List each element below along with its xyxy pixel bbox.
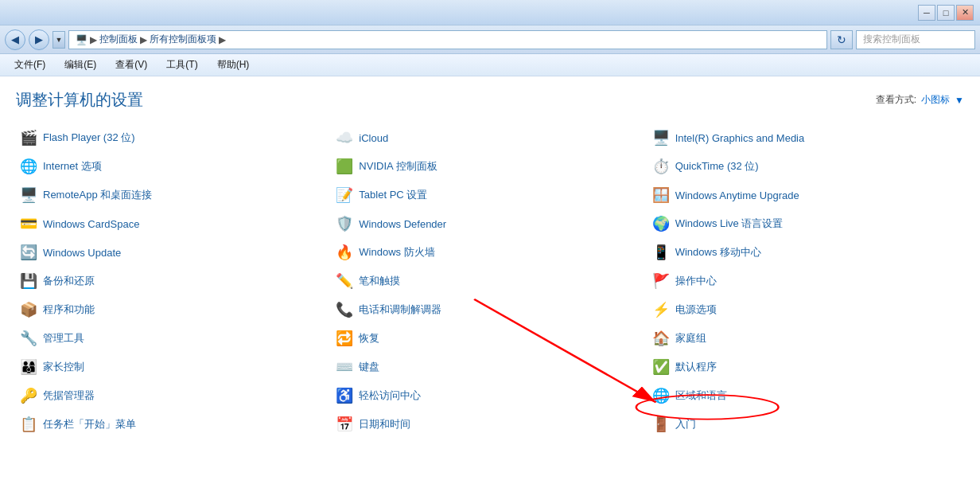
item-remoteapp[interactable]: 🖥️ RemoteApp 和桌面连接 (16, 181, 332, 209)
content-header: 调整计算机的设置 查看方式: 小图标 ▼ (16, 89, 964, 111)
phone-modem-label[interactable]: 电话和调制解调器 (359, 303, 441, 317)
item-homegroup[interactable]: 🏠 家庭组 (648, 324, 964, 353)
item-pen-touch[interactable]: ✏️ 笔和触摸 (332, 267, 648, 295)
remoteapp-icon: 🖥️ (19, 185, 38, 205)
item-windows-firewall[interactable]: 🔥 Windows 防火墙 (332, 238, 648, 267)
item-quicktime[interactable]: ⏱️ QuickTime (32 位) (648, 152, 964, 181)
item-intel-graphics[interactable]: 🖥️ Intel(R) Graphics and Media (648, 123, 964, 152)
windows-anytime-label[interactable]: Windows Anytime Upgrade (675, 189, 799, 201)
quicktime-label[interactable]: QuickTime (32 位) (675, 159, 759, 174)
back-button[interactable]: ◀ (5, 29, 25, 50)
item-parental-controls[interactable]: 👨‍👩‍👦 家长控制 (16, 353, 332, 381)
parental-controls-label[interactable]: 家长控制 (43, 360, 84, 374)
nvidia-label[interactable]: NVIDIA 控制面板 (359, 159, 437, 174)
recovery-label[interactable]: 恢复 (359, 331, 379, 346)
remoteapp-label[interactable]: RemoteApp 和桌面连接 (43, 188, 152, 202)
windows-cardspace-label[interactable]: Windows CardSpace (43, 218, 139, 230)
item-backup[interactable]: 💾 备份和还原 (16, 267, 332, 295)
item-windows-defender[interactable]: 🛡️ Windows Defender (332, 209, 648, 238)
view-dropdown-icon[interactable]: ▼ (955, 95, 964, 106)
refresh-button[interactable]: ↻ (830, 30, 853, 49)
item-windows-cardspace[interactable]: 💳 Windows CardSpace (16, 209, 332, 238)
view-label: 查看方式: (876, 93, 916, 107)
item-windows-live[interactable]: 🌍 Windows Live 语言设置 (648, 209, 964, 238)
default-programs-icon: ✅ (651, 357, 671, 377)
pen-touch-label[interactable]: 笔和触摸 (359, 274, 400, 288)
address-bar: ◀ ▶ ▼ 🖥️ ▶ 控制面板 ▶ 所有控制面板项 ▶ ↻ 搜索控制面板 (0, 25, 980, 54)
maximize-button[interactable]: □ (937, 5, 955, 21)
item-power-options[interactable]: ⚡ 电源选项 (648, 295, 964, 324)
credentials-icon: 🔑 (19, 386, 38, 405)
item-windows-update[interactable]: 🔄 Windows Update (16, 238, 332, 267)
item-windows-anytime[interactable]: 🪟 Windows Anytime Upgrade (648, 181, 964, 209)
forward-button[interactable]: ▶ (29, 29, 49, 50)
action-center-label[interactable]: 操作中心 (675, 274, 717, 288)
item-default-programs[interactable]: ✅ 默认程序 (648, 353, 964, 381)
item-credentials[interactable]: 🔑 凭据管理器 (16, 381, 332, 410)
windows-firewall-label[interactable]: Windows 防火墙 (359, 245, 434, 260)
windows-update-label[interactable]: Windows Update (43, 247, 121, 259)
item-phone-modem[interactable]: 📞 电话和调制解调器 (332, 295, 648, 324)
item-region-language[interactable]: 🌐 区域和语言 (648, 381, 964, 410)
tablet-pc-label[interactable]: Tablet PC 设置 (359, 188, 427, 202)
item-recovery[interactable]: 🔁 恢复 (332, 324, 648, 353)
date-time-icon: 📅 (335, 415, 354, 434)
breadcrumb-cp[interactable]: 控制面板 (99, 33, 138, 46)
getting-started-label[interactable]: 入门 (675, 417, 696, 431)
address-input[interactable]: 🖥️ ▶ 控制面板 ▶ 所有控制面板项 ▶ (68, 30, 827, 49)
title-bar-controls[interactable]: ─ □ ✕ (918, 5, 974, 21)
item-internet-options[interactable]: 🌐 Internet 选项 (16, 152, 332, 181)
windows-firewall-icon: 🔥 (335, 243, 354, 262)
item-programs[interactable]: 📦 程序和功能 (16, 295, 332, 324)
menu-help[interactable]: 帮助(H) (209, 56, 258, 74)
breadcrumb-icon: 🖥️ (76, 34, 88, 45)
breadcrumb-all[interactable]: 所有控制面板项 (150, 33, 216, 46)
item-flash-player[interactable]: 🎬 Flash Player (32 位) (16, 123, 332, 152)
column-2: ☁️ iCloud 🟩 NVIDIA 控制面板 📝 Tablet PC 设置 🛡… (332, 123, 648, 439)
internet-options-label[interactable]: Internet 选项 (43, 159, 102, 174)
item-action-center[interactable]: 🚩 操作中心 (648, 267, 964, 295)
windows-mobile-label[interactable]: Windows 移动中心 (675, 245, 761, 260)
parental-controls-icon: 👨‍👩‍👦 (19, 357, 38, 377)
item-windows-mobile[interactable]: 📱 Windows 移动中心 (648, 238, 964, 267)
windows-defender-label[interactable]: Windows Defender (359, 218, 446, 230)
menu-edit[interactable]: 编辑(E) (56, 56, 104, 74)
item-keyboard[interactable]: ⌨️ 键盘 (332, 353, 648, 381)
menu-view[interactable]: 查看(V) (107, 56, 155, 74)
region-language-label[interactable]: 区域和语言 (675, 388, 727, 403)
menu-file[interactable]: 文件(F) (6, 56, 53, 74)
taskbar-label[interactable]: 任务栏「开始」菜单 (43, 417, 136, 431)
item-tablet-pc[interactable]: 📝 Tablet PC 设置 (332, 181, 648, 209)
credentials-label[interactable]: 凭据管理器 (43, 388, 95, 403)
close-button[interactable]: ✕ (956, 5, 974, 21)
item-admin-tools[interactable]: 🔧 管理工具 (16, 324, 332, 353)
view-value-button[interactable]: 小图标 (921, 93, 950, 107)
nvidia-icon: 🟩 (335, 157, 354, 176)
windows-live-label[interactable]: Windows Live 语言设置 (675, 217, 784, 231)
item-icloud[interactable]: ☁️ iCloud (332, 123, 648, 152)
menu-tools[interactable]: 工具(T) (158, 56, 205, 74)
backup-label[interactable]: 备份和还原 (43, 274, 95, 288)
date-time-label[interactable]: 日期和时间 (359, 417, 410, 431)
programs-label[interactable]: 程序和功能 (43, 303, 95, 317)
keyboard-label[interactable]: 键盘 (359, 360, 379, 374)
intel-graphics-label[interactable]: Intel(R) Graphics and Media (675, 132, 805, 144)
default-programs-label[interactable]: 默认程序 (675, 360, 717, 374)
item-getting-started[interactable]: 🚪 入门 (648, 410, 964, 439)
power-options-label[interactable]: 电源选项 (675, 303, 717, 317)
item-taskbar[interactable]: 📋 任务栏「开始」菜单 (16, 410, 332, 439)
item-date-time[interactable]: 📅 日期和时间 (332, 410, 648, 439)
breadcrumb: 🖥️ ▶ 控制面板 ▶ 所有控制面板项 ▶ (76, 33, 226, 46)
programs-icon: 📦 (19, 300, 38, 319)
ease-of-access-label[interactable]: 轻松访问中心 (359, 388, 421, 403)
main-content: 调整计算机的设置 查看方式: 小图标 ▼ 🎬 Flash Player (32 … (0, 76, 980, 488)
minimize-button[interactable]: ─ (918, 5, 935, 21)
nav-dropdown-button[interactable]: ▼ (52, 31, 65, 49)
icloud-label[interactable]: iCloud (359, 132, 388, 144)
search-box[interactable]: 搜索控制面板 (856, 30, 975, 49)
item-nvidia[interactable]: 🟩 NVIDIA 控制面板 (332, 152, 648, 181)
flash-player-label[interactable]: Flash Player (32 位) (43, 131, 135, 145)
admin-tools-label[interactable]: 管理工具 (43, 331, 84, 346)
homegroup-label[interactable]: 家庭组 (675, 331, 706, 346)
item-ease-of-access[interactable]: ♿ 轻松访问中心 (332, 381, 648, 410)
